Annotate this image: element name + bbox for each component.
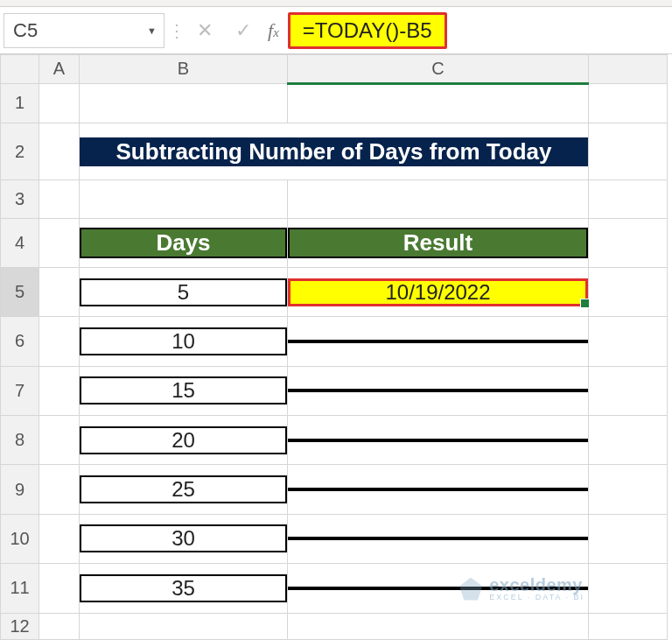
separator-icon: ⋮ bbox=[173, 13, 180, 48]
col-header-c[interactable]: C bbox=[288, 55, 589, 84]
cell-c7[interactable] bbox=[288, 366, 589, 415]
cell-a7[interactable] bbox=[39, 366, 80, 415]
cancel-formula-button[interactable]: ✕ bbox=[186, 13, 224, 48]
cell-c10[interactable] bbox=[288, 514, 589, 563]
cell-a1[interactable] bbox=[39, 83, 80, 123]
fx-icon[interactable]: fx bbox=[268, 19, 279, 42]
cell-c6[interactable] bbox=[288, 317, 589, 366]
watermark: exceldemy EXCEL · DATA · BI bbox=[459, 576, 584, 601]
cell-b5[interactable]: 5 bbox=[80, 267, 288, 316]
cell-c3[interactable] bbox=[288, 180, 589, 218]
row-header-2[interactable]: 2 bbox=[1, 123, 39, 180]
row-header-9[interactable]: 9 bbox=[1, 465, 39, 514]
cell-c5[interactable]: 10/19/2022 bbox=[288, 267, 589, 316]
title-text: Subtracting Number of Days from Today bbox=[116, 138, 552, 165]
row-header-7[interactable]: 7 bbox=[1, 366, 39, 415]
active-cell-value: 10/19/2022 bbox=[385, 280, 490, 305]
col-header-d[interactable] bbox=[589, 55, 668, 84]
row-header-12[interactable]: 12 bbox=[1, 613, 39, 640]
row-header-4[interactable]: 4 bbox=[1, 218, 39, 267]
cell-a5[interactable] bbox=[39, 267, 80, 316]
cell-d2[interactable] bbox=[589, 123, 668, 180]
accept-formula-button[interactable]: ✓ bbox=[224, 13, 262, 48]
cell-b1[interactable] bbox=[80, 83, 288, 123]
name-box[interactable]: C5 ▼ bbox=[4, 13, 164, 48]
cell-a4[interactable] bbox=[39, 218, 80, 267]
cell-a8[interactable] bbox=[39, 416, 80, 465]
cell-b6[interactable]: 10 bbox=[80, 317, 288, 366]
formula-input[interactable]: =TODAY()-B5 bbox=[288, 12, 447, 49]
col-header-a[interactable]: A bbox=[39, 55, 80, 84]
name-box-value: C5 bbox=[13, 19, 38, 42]
watermark-tag: EXCEL · DATA · BI bbox=[489, 594, 584, 601]
title-banner[interactable]: Subtracting Number of Days from Today bbox=[80, 123, 589, 180]
cell-d11[interactable] bbox=[589, 564, 668, 613]
cell-c9[interactable] bbox=[288, 465, 589, 514]
cell-b4[interactable]: Days bbox=[80, 218, 288, 267]
cell-d6[interactable] bbox=[589, 317, 668, 366]
cell-d9[interactable] bbox=[589, 465, 668, 514]
cell-a11[interactable] bbox=[39, 564, 80, 613]
cell-a2[interactable] bbox=[39, 123, 80, 180]
window-titlebar bbox=[0, 0, 672, 7]
cell-a10[interactable] bbox=[39, 514, 80, 563]
spreadsheet-grid[interactable]: A B C 1 2 Subtracting Number of Days fro… bbox=[0, 54, 668, 640]
cell-c8[interactable] bbox=[288, 416, 589, 465]
cell-c12[interactable] bbox=[288, 613, 589, 640]
row-header-6[interactable]: 6 bbox=[1, 317, 39, 366]
cell-a12[interactable] bbox=[39, 613, 80, 640]
row-header-10[interactable]: 10 bbox=[1, 514, 39, 563]
cell-d10[interactable] bbox=[589, 514, 668, 563]
row-header-11[interactable]: 11 bbox=[1, 564, 39, 613]
cell-d3[interactable] bbox=[589, 180, 668, 218]
select-all-corner[interactable] bbox=[1, 55, 39, 84]
cell-b3[interactable] bbox=[80, 180, 288, 218]
formula-bar: C5 ▼ ⋮ ✕ ✓ fx =TODAY()-B5 bbox=[0, 7, 672, 54]
row-header-8[interactable]: 8 bbox=[1, 416, 39, 465]
cell-d12[interactable] bbox=[589, 613, 668, 640]
cell-a9[interactable] bbox=[39, 465, 80, 514]
cell-d7[interactable] bbox=[589, 366, 668, 415]
chevron-down-icon[interactable]: ▼ bbox=[147, 25, 157, 36]
cell-a6[interactable] bbox=[39, 317, 80, 366]
cell-d5[interactable] bbox=[589, 267, 668, 316]
cell-b8[interactable]: 20 bbox=[80, 416, 288, 465]
col-header-b[interactable]: B bbox=[80, 55, 288, 84]
cell-d1[interactable] bbox=[589, 83, 668, 123]
formula-text: =TODAY()-B5 bbox=[303, 18, 432, 42]
cell-b11[interactable]: 35 bbox=[80, 564, 288, 613]
cell-b9[interactable]: 25 bbox=[80, 465, 288, 514]
cell-d8[interactable] bbox=[589, 416, 668, 465]
cell-c4[interactable]: Result bbox=[288, 218, 589, 267]
row-header-1[interactable]: 1 bbox=[1, 83, 39, 123]
cell-a3[interactable] bbox=[39, 180, 80, 218]
watermark-brand: exceldemy bbox=[489, 576, 584, 594]
cell-d4[interactable] bbox=[589, 218, 668, 267]
cell-c1[interactable] bbox=[288, 83, 589, 123]
watermark-icon bbox=[459, 578, 482, 601]
cell-b10[interactable]: 30 bbox=[80, 514, 288, 563]
header-result: Result bbox=[403, 229, 472, 257]
header-days: Days bbox=[156, 229, 210, 257]
row-header-3[interactable]: 3 bbox=[1, 180, 39, 218]
cell-b7[interactable]: 15 bbox=[80, 366, 288, 415]
row-header-5[interactable]: 5 bbox=[1, 267, 39, 316]
cell-b12[interactable] bbox=[80, 613, 288, 640]
